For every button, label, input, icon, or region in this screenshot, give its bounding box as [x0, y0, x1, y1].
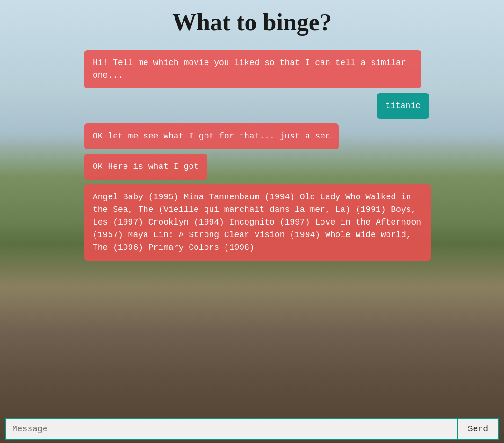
- bot-message-2: OK let me see what I got for that... jus…: [84, 123, 339, 149]
- input-bar: Send: [0, 415, 504, 443]
- bot-message-3: OK Here is what I got: [84, 154, 207, 180]
- user-message-1: titanic: [377, 93, 429, 119]
- send-button[interactable]: Send: [457, 418, 499, 440]
- chat-area: Hi! Tell me which movie you liked so tha…: [0, 50, 504, 443]
- page-container: What to binge? Hi! Tell me which movie y…: [0, 0, 504, 443]
- bot-message-recommendations: Angel Baby (1995) Mina Tannenbaum (1994)…: [84, 184, 431, 261]
- bot-message-1: Hi! Tell me which movie you liked so tha…: [84, 50, 421, 88]
- message-input[interactable]: [5, 418, 457, 440]
- page-title: What to binge?: [172, 8, 332, 36]
